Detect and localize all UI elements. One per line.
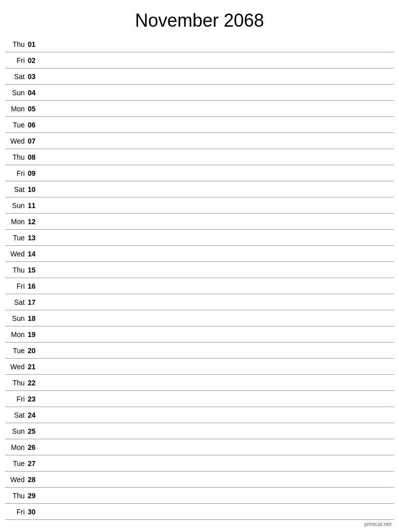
day-number: 02 xyxy=(28,56,43,64)
day-name: Tue xyxy=(5,121,28,129)
day-row: Fri02 xyxy=(5,52,394,69)
day-line xyxy=(43,189,394,189)
day-row: Fri16 xyxy=(5,278,394,294)
day-row: Mon19 xyxy=(5,326,394,343)
day-number: 03 xyxy=(28,73,43,81)
day-name: Wed xyxy=(5,363,28,371)
day-number: 29 xyxy=(28,492,43,500)
day-name: Tue xyxy=(5,347,28,355)
day-number: 23 xyxy=(28,395,43,403)
day-name: Sun xyxy=(5,202,28,210)
day-row: Wed28 xyxy=(5,472,394,488)
day-number: 28 xyxy=(28,476,43,484)
day-line xyxy=(43,366,394,367)
day-number: 04 xyxy=(28,89,43,97)
day-name: Fri xyxy=(5,56,28,64)
day-row: Fri23 xyxy=(5,391,394,407)
day-row: Tue06 xyxy=(5,117,394,133)
day-row: Mon26 xyxy=(5,439,394,455)
day-line xyxy=(43,60,394,60)
day-line xyxy=(43,205,394,206)
day-row: Thu22 xyxy=(5,375,394,391)
day-name: Wed xyxy=(5,476,28,484)
day-number: 22 xyxy=(28,379,43,387)
day-row: Sat17 xyxy=(5,294,394,310)
day-row: Mon12 xyxy=(5,214,394,230)
page-title: November 2068 xyxy=(0,0,399,36)
day-name: Fri xyxy=(5,395,28,403)
day-row: Tue27 xyxy=(5,455,394,472)
day-number: 12 xyxy=(28,218,43,226)
day-name: Sun xyxy=(5,89,28,97)
day-number: 19 xyxy=(28,330,43,339)
day-line xyxy=(43,431,394,431)
day-name: Mon xyxy=(5,218,28,226)
day-row: Sat10 xyxy=(5,181,394,197)
day-name: Sat xyxy=(5,411,28,419)
footer-credit: printcal.net xyxy=(364,521,391,527)
day-row: Thu01 xyxy=(5,36,394,52)
day-line xyxy=(43,253,394,254)
day-line xyxy=(43,382,394,383)
day-name: Fri xyxy=(5,282,28,290)
day-number: 09 xyxy=(28,169,43,177)
day-line xyxy=(43,318,394,318)
day-name: Mon xyxy=(5,105,28,113)
day-row: Sun18 xyxy=(5,310,394,326)
day-number: 27 xyxy=(28,459,43,468)
day-line xyxy=(43,286,394,286)
day-line xyxy=(43,92,394,93)
day-row: Fri30 xyxy=(5,504,394,520)
day-number: 15 xyxy=(28,266,43,274)
day-name: Thu xyxy=(5,153,28,161)
day-name: Sun xyxy=(5,427,28,435)
day-line xyxy=(43,108,394,109)
day-number: 07 xyxy=(28,137,43,145)
day-name: Wed xyxy=(5,250,28,258)
day-line xyxy=(43,511,394,512)
day-line xyxy=(43,221,394,222)
day-row: Sun11 xyxy=(5,197,394,214)
day-number: 08 xyxy=(28,153,43,161)
day-name: Wed xyxy=(5,137,28,145)
day-name: Sat xyxy=(5,73,28,81)
day-line xyxy=(43,398,394,399)
day-line xyxy=(43,302,394,302)
day-number: 01 xyxy=(28,40,43,48)
day-line xyxy=(43,479,394,480)
day-name: Tue xyxy=(5,459,28,468)
day-number: 14 xyxy=(28,250,43,258)
day-line xyxy=(43,44,394,44)
day-line xyxy=(43,334,394,335)
day-name: Sat xyxy=(5,298,28,306)
day-line xyxy=(43,350,394,351)
day-name: Thu xyxy=(5,492,28,500)
day-row: Sat24 xyxy=(5,407,394,423)
day-number: 18 xyxy=(28,314,43,322)
day-row: Tue20 xyxy=(5,343,394,359)
day-number: 13 xyxy=(28,234,43,242)
day-row: Mon05 xyxy=(5,101,394,117)
day-row: Thu15 xyxy=(5,262,394,278)
day-line xyxy=(43,157,394,157)
day-name: Tue xyxy=(5,234,28,242)
day-name: Sat xyxy=(5,185,28,193)
day-row: Thu08 xyxy=(5,149,394,165)
day-line xyxy=(43,76,394,77)
day-line xyxy=(43,124,394,125)
day-line xyxy=(43,415,394,415)
day-number: 10 xyxy=(28,185,43,193)
day-number: 05 xyxy=(28,105,43,113)
day-name: Thu xyxy=(5,40,28,48)
day-number: 24 xyxy=(28,411,43,419)
day-name: Fri xyxy=(5,169,28,177)
day-row: Wed21 xyxy=(5,359,394,375)
day-number: 26 xyxy=(28,443,43,451)
day-name: Fri xyxy=(5,508,28,516)
day-row: Sun25 xyxy=(5,423,394,439)
day-number: 21 xyxy=(28,363,43,371)
day-row: Sun04 xyxy=(5,85,394,101)
day-line xyxy=(43,173,394,173)
day-name: Mon xyxy=(5,330,28,339)
day-name: Mon xyxy=(5,443,28,451)
